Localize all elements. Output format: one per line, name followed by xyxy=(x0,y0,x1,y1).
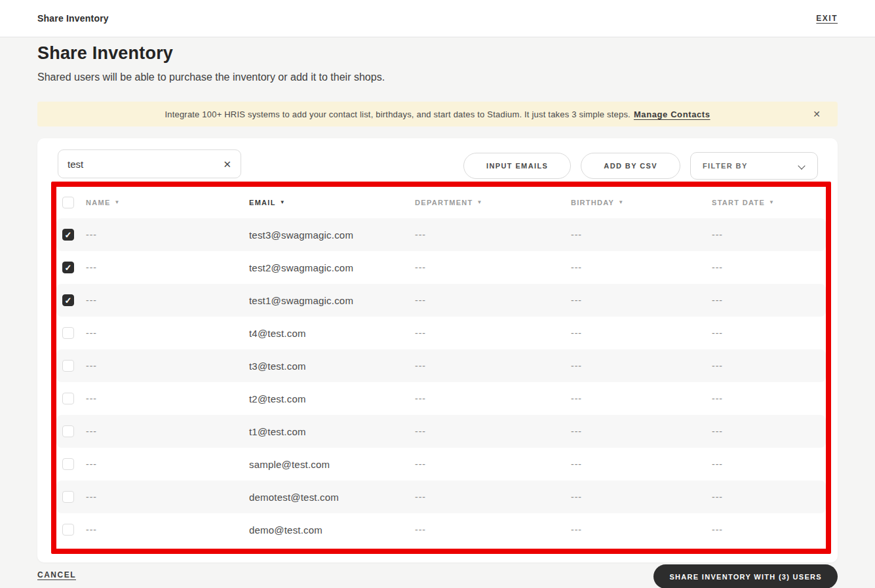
sort-arrow-icon: ▼ xyxy=(769,200,775,205)
cell-name: --- xyxy=(86,492,249,502)
cell-department: --- xyxy=(415,361,571,371)
cell-email: t3@test.com xyxy=(249,361,415,372)
cell-department: --- xyxy=(415,328,571,338)
table-row[interactable]: --- demotest@test.com --- --- --- xyxy=(56,480,826,513)
banner-text: Integrate 100+ HRIS systems to add your … xyxy=(165,109,630,119)
sort-arrow-icon: ▼ xyxy=(618,200,624,205)
column-header-name[interactable]: NAME ▼ xyxy=(86,199,249,206)
sort-arrow-icon: ▼ xyxy=(477,200,483,205)
cell-start-date: --- xyxy=(712,492,826,502)
cell-birthday: --- xyxy=(571,229,712,240)
sort-arrow-icon: ▼ xyxy=(280,200,286,205)
cell-start-date: --- xyxy=(712,459,826,469)
cell-birthday: --- xyxy=(571,393,712,404)
cell-name: --- xyxy=(86,524,249,535)
filter-by-dropdown[interactable]: FILTER BY xyxy=(690,152,818,180)
exit-link[interactable]: EXIT xyxy=(816,14,838,23)
cell-start-date: --- xyxy=(712,262,826,273)
column-header-birthday[interactable]: BIRTHDAY ▼ xyxy=(571,199,712,206)
cell-start-date: --- xyxy=(712,524,826,535)
row-checkbox[interactable] xyxy=(62,393,74,404)
cell-email: sample@test.com xyxy=(249,459,415,470)
cell-department: --- xyxy=(415,426,571,437)
cell-department: --- xyxy=(415,524,571,535)
cell-name: --- xyxy=(86,328,249,338)
cell-birthday: --- xyxy=(571,361,712,371)
row-checkbox[interactable] xyxy=(62,294,74,306)
select-all-checkbox[interactable] xyxy=(62,197,74,208)
table-row[interactable]: --- demo@test.com --- --- --- xyxy=(56,513,826,546)
cell-name: --- xyxy=(86,459,249,469)
cell-department: --- xyxy=(415,262,571,273)
row-checkbox[interactable] xyxy=(62,360,74,372)
clear-search-icon[interactable]: ✕ xyxy=(218,159,231,169)
row-checkbox-cell xyxy=(56,524,86,536)
cell-birthday: --- xyxy=(571,524,712,535)
row-checkbox-cell xyxy=(56,294,86,306)
chevron-down-icon xyxy=(799,163,806,169)
cancel-link[interactable]: CANCEL xyxy=(37,570,76,579)
search-field: ✕ xyxy=(58,149,241,178)
column-header-email[interactable]: EMAIL ▼ xyxy=(249,199,415,206)
share-inventory-card: ✕ INPUT EMAILS ADD BY CSV FILTER BY NAME… xyxy=(37,138,838,562)
toolbar-buttons: INPUT EMAILS ADD BY CSV FILTER BY xyxy=(463,152,818,180)
row-checkbox[interactable] xyxy=(62,491,74,503)
add-by-csv-button[interactable]: ADD BY CSV xyxy=(581,153,680,179)
cell-birthday: --- xyxy=(571,492,712,502)
column-header-department[interactable]: DEPARTMENT ▼ xyxy=(415,199,571,206)
cell-department: --- xyxy=(415,295,571,305)
table-row[interactable]: --- t1@test.com --- --- --- xyxy=(56,415,826,448)
close-icon[interactable]: ✕ xyxy=(813,109,821,119)
cell-email: t1@test.com xyxy=(249,426,415,437)
row-checkbox[interactable] xyxy=(62,524,74,536)
row-checkbox-cell xyxy=(56,327,86,339)
cell-email: t2@test.com xyxy=(249,393,415,404)
cell-start-date: --- xyxy=(712,426,826,437)
share-inventory-button[interactable]: SHARE INVENTORY WITH (3) USERS xyxy=(653,564,838,588)
row-checkbox[interactable] xyxy=(62,458,74,470)
table-row[interactable]: --- test1@swagmagic.com --- --- --- xyxy=(56,284,826,317)
cell-birthday: --- xyxy=(571,328,712,338)
cell-birthday: --- xyxy=(571,262,712,273)
cell-email: demotest@test.com xyxy=(249,492,415,503)
row-checkbox[interactable] xyxy=(62,327,74,339)
page-title: Share Inventory xyxy=(37,43,173,64)
row-checkbox-cell xyxy=(56,491,86,503)
cell-name: --- xyxy=(86,361,249,371)
cell-email: demo@test.com xyxy=(249,524,415,536)
contacts-table: NAME ▼ EMAIL ▼ DEPARTMENT ▼ BIRTHDAY ▼ S… xyxy=(56,187,826,546)
cell-email: test3@swagmagic.com xyxy=(249,229,415,241)
hris-banner: Integrate 100+ HRIS systems to add your … xyxy=(37,102,838,127)
table-row[interactable]: --- t3@test.com --- --- --- xyxy=(56,349,826,382)
row-checkbox[interactable] xyxy=(62,229,74,241)
row-checkbox-cell xyxy=(56,360,86,372)
input-emails-button[interactable]: INPUT EMAILS xyxy=(463,153,571,179)
table-row[interactable]: --- sample@test.com --- --- --- xyxy=(56,448,826,480)
cell-email: test1@swagmagic.com xyxy=(249,295,415,306)
table-row[interactable]: --- test2@swagmagic.com --- --- --- xyxy=(56,251,826,284)
page-subtitle: Shared users will be able to purchase th… xyxy=(37,71,385,83)
topbar: Share Inventory EXIT xyxy=(0,0,875,37)
cell-department: --- xyxy=(415,393,571,404)
window-title: Share Inventory xyxy=(37,13,109,24)
select-all-cell xyxy=(56,197,86,208)
row-checkbox-cell xyxy=(56,458,86,470)
cell-birthday: --- xyxy=(571,426,712,437)
cell-department: --- xyxy=(415,492,571,502)
filter-by-label: FILTER BY xyxy=(703,162,748,170)
search-input[interactable] xyxy=(68,159,218,170)
table-row[interactable]: --- t2@test.com --- --- --- xyxy=(56,382,826,415)
cell-birthday: --- xyxy=(571,295,712,305)
row-checkbox[interactable] xyxy=(62,425,74,437)
table-row[interactable]: --- test3@swagmagic.com --- --- --- xyxy=(56,218,826,251)
table-header-row: NAME ▼ EMAIL ▼ DEPARTMENT ▼ BIRTHDAY ▼ S… xyxy=(56,187,826,218)
row-checkbox-cell xyxy=(56,393,86,404)
table-body: --- test3@swagmagic.com --- --- --- --- … xyxy=(56,218,826,546)
cell-name: --- xyxy=(86,393,249,404)
column-header-start-date[interactable]: START DATE ▼ xyxy=(712,199,826,206)
row-checkbox[interactable] xyxy=(62,262,74,273)
table-row[interactable]: --- t4@test.com --- --- --- xyxy=(56,317,826,349)
manage-contacts-link[interactable]: Manage Contacts xyxy=(634,109,710,119)
cell-start-date: --- xyxy=(712,328,826,338)
cell-department: --- xyxy=(415,459,571,469)
